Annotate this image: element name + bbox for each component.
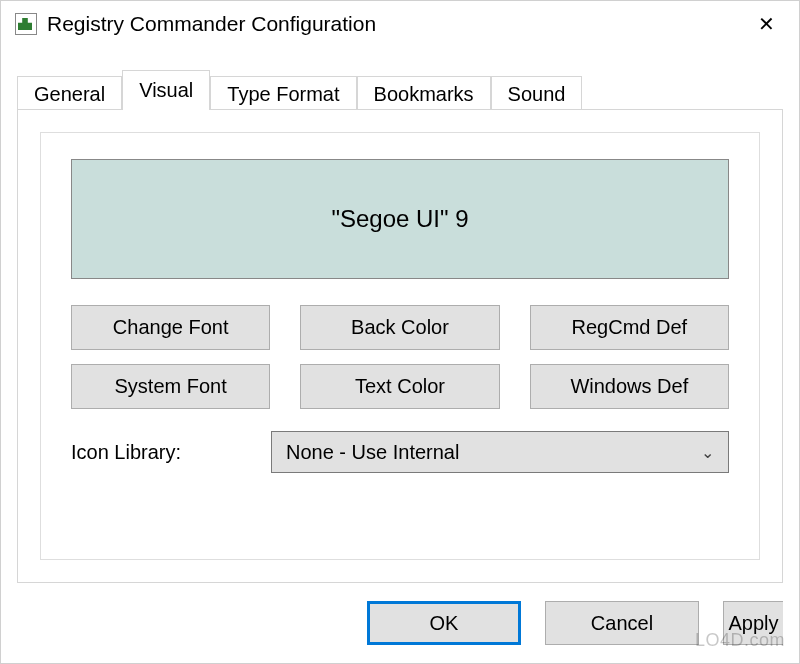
dialog-footer: OK Cancel Apply	[1, 583, 799, 663]
button-row-2: System Font Text Color Windows Def	[71, 364, 729, 409]
tab-type-format[interactable]: Type Format	[210, 76, 356, 112]
close-button[interactable]: ✕	[743, 4, 789, 44]
button-row-1: Change Font Back Color RegCmd Def	[71, 305, 729, 350]
tab-visual[interactable]: Visual	[122, 70, 210, 110]
icon-library-combo[interactable]: None - Use Internal ⌄	[271, 431, 729, 473]
chevron-down-icon: ⌄	[701, 443, 714, 462]
system-font-button[interactable]: System Font	[71, 364, 270, 409]
tab-sound[interactable]: Sound	[491, 76, 583, 112]
client-area: General Visual Type Format Bookmarks Sou…	[17, 65, 783, 583]
back-color-button[interactable]: Back Color	[300, 305, 499, 350]
tab-strip: General Visual Type Format Bookmarks Sou…	[17, 65, 783, 109]
tab-page-visual: "Segoe UI" 9 Change Font Back Color RegC…	[17, 109, 783, 583]
apply-button[interactable]: Apply	[723, 601, 783, 645]
icon-library-label: Icon Library:	[71, 441, 241, 464]
app-icon	[15, 13, 37, 35]
text-color-button[interactable]: Text Color	[300, 364, 499, 409]
change-font-button[interactable]: Change Font	[71, 305, 270, 350]
dialog-window: Registry Commander Configuration ✕ Gener…	[0, 0, 800, 664]
title-bar: Registry Commander Configuration ✕	[1, 1, 799, 47]
font-preview-panel: "Segoe UI" 9	[71, 159, 729, 279]
tab-bookmarks[interactable]: Bookmarks	[357, 76, 491, 112]
font-preview-text: "Segoe UI" 9	[331, 205, 468, 233]
visual-group: "Segoe UI" 9 Change Font Back Color RegC…	[40, 132, 760, 560]
ok-button[interactable]: OK	[367, 601, 521, 645]
tab-general[interactable]: General	[17, 76, 122, 112]
cancel-button[interactable]: Cancel	[545, 601, 699, 645]
regcmd-def-button[interactable]: RegCmd Def	[530, 305, 729, 350]
icon-library-value: None - Use Internal	[286, 441, 459, 464]
window-title: Registry Commander Configuration	[47, 12, 743, 36]
windows-def-button[interactable]: Windows Def	[530, 364, 729, 409]
icon-library-row: Icon Library: None - Use Internal ⌄	[71, 431, 729, 473]
